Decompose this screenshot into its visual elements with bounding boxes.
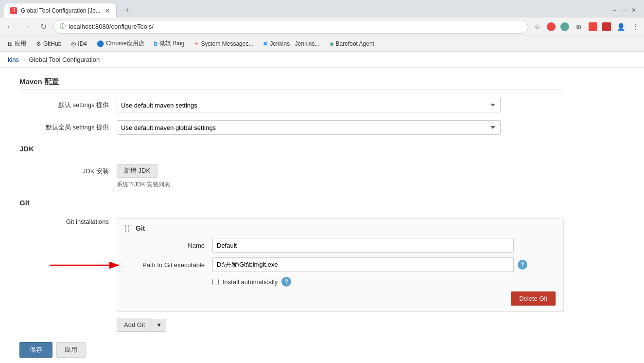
add-git-dropdown-arrow[interactable]: ▼ <box>152 319 166 331</box>
bookmark-jenkins-label: Jenkins - Jenkins... <box>270 40 319 47</box>
git-item-header: Git <box>125 224 556 232</box>
page-content: kins › Global Tool Configuration Maven 配… <box>0 52 644 363</box>
settings-label: 默认 settings 提供 <box>19 101 117 109</box>
barefoot-icon: ◆ <box>330 40 334 47</box>
system-messages-icon: ✦ <box>194 40 199 47</box>
git-name-input[interactable] <box>212 238 514 253</box>
jdk-install-controls: 新增 JDK 系统下JDK 安装列表 <box>117 164 170 189</box>
bookmark-id4-label: ID4 <box>78 40 87 47</box>
back-button[interactable]: ← <box>4 20 17 33</box>
bookmark-bing[interactable]: b 微软 Bing <box>150 38 189 49</box>
breadcrumb-separator: › <box>23 56 25 63</box>
github-icon: ⚙ <box>36 40 41 47</box>
jdk-section: JDK JDK 安装 新增 JDK 系统下JDK 安装列表 <box>19 145 564 189</box>
arrow-annotation <box>47 259 122 272</box>
drag-dot-4 <box>128 228 129 229</box>
git-path-input[interactable] <box>212 257 514 272</box>
breadcrumb: kins › Global Tool Configuration <box>0 52 644 68</box>
new-tab-button[interactable]: + <box>121 3 134 17</box>
git-installations-label: Git installations <box>19 218 117 225</box>
save-button[interactable]: 保存 <box>19 342 52 358</box>
git-path-help-icon[interactable]: ? <box>518 260 527 270</box>
bookmark-barefoot[interactable]: ◆ Barefoot Agent <box>326 39 378 48</box>
bookmark-chrome-store-label: Chrome应用店 <box>106 39 144 48</box>
close-button[interactable]: ✕ <box>631 7 636 14</box>
drag-dot-6 <box>128 230 129 232</box>
extension-icon3[interactable]: ⊕ <box>574 22 584 32</box>
bookmarks-bar: ⊞ 应用 ⚙ GitHub ◎ ID4 🔵 Chrome应用店 b 微软 Bin… <box>0 36 644 52</box>
drag-dot-2 <box>128 225 129 227</box>
content-area: kins › Global Tool Configuration Maven 配… <box>0 52 644 363</box>
global-settings-select[interactable]: Use default maven global settings <box>117 120 501 135</box>
settings-select[interactable]: Use default maven settings <box>117 98 501 112</box>
tab-bar: J Global Tool Configuration [Je... ✕ + −… <box>0 0 644 18</box>
maximize-button[interactable]: □ <box>622 7 626 14</box>
address-text: localhost:8080/configureTools/ <box>69 23 154 30</box>
git-name-input-wrap <box>212 238 556 253</box>
apply-button[interactable]: 应用 <box>56 342 86 358</box>
extension-icon4[interactable] <box>589 22 597 31</box>
breadcrumb-current: Global Tool Configuration <box>29 56 100 63</box>
global-settings-select-wrap: Use default maven global settings <box>117 120 564 135</box>
profile-icon[interactable]: 👤 <box>616 22 626 32</box>
jdk-install-row: JDK 安装 新增 JDK 系统下JDK 安装列表 <box>19 164 564 189</box>
tab-close-icon[interactable]: ✕ <box>104 7 110 15</box>
git-name-row: Name <box>125 238 556 253</box>
delete-git-button[interactable]: Delete Git <box>511 291 556 306</box>
git-path-row: Path to Git executable ? <box>125 257 556 272</box>
bookmark-github[interactable]: ⚙ GitHub <box>32 39 65 48</box>
bookmark-bing-label: 微软 Bing <box>159 39 184 48</box>
apps-icon: ⊞ <box>8 40 13 47</box>
git-path-input-wrap: ? <box>212 257 556 272</box>
menu-icon[interactable]: ⋮ <box>630 22 640 32</box>
refresh-button[interactable]: ↻ <box>37 20 50 33</box>
forward-button[interactable]: → <box>20 20 33 33</box>
extension-icon1[interactable] <box>547 22 556 31</box>
jdk-heading: JDK <box>19 145 564 156</box>
minimize-button[interactable]: − <box>613 7 616 14</box>
global-settings-label: 默认全局 settings 提供 <box>19 123 117 132</box>
bookmark-apps[interactable]: ⊞ 应用 <box>4 38 30 49</box>
extension-icon5[interactable] <box>602 22 611 31</box>
address-bar[interactable]: ⓘ localhost:8080/configureTools/ <box>53 20 528 34</box>
install-auto-checkbox[interactable] <box>212 279 219 285</box>
breadcrumb-parent[interactable]: kins <box>8 56 19 63</box>
install-auto-help-icon[interactable]: ? <box>281 277 291 287</box>
star-icon[interactable]: ☆ <box>532 22 542 32</box>
add-jdk-button[interactable]: 新增 JDK <box>117 164 157 178</box>
bookmark-id4[interactable]: ◎ ID4 <box>67 39 91 48</box>
maven-heading: Maven 配置 <box>19 77 564 90</box>
active-tab[interactable]: J Global Tool Configuration [Je... ✕ <box>4 3 117 18</box>
add-git-button[interactable]: Add Git <box>117 318 152 331</box>
bookmark-jenkins[interactable]: ✖ Jenkins - Jenkins... <box>259 39 323 48</box>
extension-icon2[interactable] <box>560 22 569 31</box>
git-installations-wrap: Git Name Path to Git ex <box>117 218 564 350</box>
bookmark-system-messages[interactable]: ✦ System Messages... <box>190 39 257 48</box>
bookmark-barefoot-label: Barefoot Agent <box>336 40 374 47</box>
settings-row: 默认 settings 提供 Use default maven setting… <box>19 98 564 112</box>
bookmark-chrome-store[interactable]: 🔵 Chrome应用店 <box>93 38 148 49</box>
lock-icon: ⓘ <box>60 22 66 31</box>
window-controls: − □ ✕ <box>613 7 640 14</box>
tab-title: Global Tool Configuration [Je... <box>21 7 101 14</box>
git-installations-row: Git installations <box>19 218 564 350</box>
install-auto-label: Install automatically <box>223 278 278 286</box>
form-area: Maven 配置 默认 settings 提供 Use default mave… <box>0 68 583 363</box>
global-settings-row: 默认全局 settings 提供 Use default maven globa… <box>19 120 564 135</box>
git-install-auto-row: Install automatically ? <box>125 277 556 287</box>
chrome-store-icon: 🔵 <box>97 40 104 47</box>
drag-handle-icon[interactable] <box>125 225 130 232</box>
drag-dot-5 <box>125 230 126 232</box>
git-name-label: Name <box>125 242 212 249</box>
git-path-label: Path to Git executable <box>125 261 212 269</box>
add-git-split-button: Add Git ▼ <box>117 318 166 332</box>
maven-section: Maven 配置 默认 settings 提供 Use default mave… <box>19 77 564 135</box>
add-git-row: Add Git ▼ <box>117 318 564 332</box>
tab-favicon: J <box>10 7 17 14</box>
bookmark-apps-label: 应用 <box>15 39 26 48</box>
id4-icon: ◎ <box>71 40 76 47</box>
jdk-system-list-text: 系统下JDK 安装列表 <box>117 181 170 189</box>
bing-icon: b <box>154 40 157 47</box>
nav-icons: ☆ ⊕ 👤 ⋮ <box>532 22 640 32</box>
bookmark-system-messages-label: System Messages... <box>201 40 253 47</box>
